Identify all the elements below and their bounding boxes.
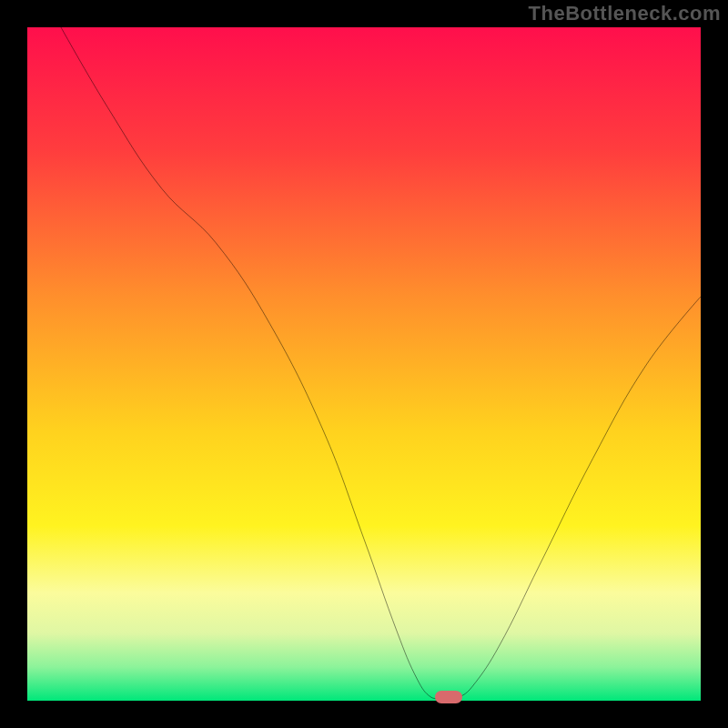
chart-frame: TheBottleneck.com (0, 0, 728, 728)
plot-area (27, 27, 701, 701)
watermark-text: TheBottleneck.com (529, 2, 721, 25)
optimal-point-marker (435, 691, 462, 703)
bottleneck-curve (27, 27, 701, 701)
